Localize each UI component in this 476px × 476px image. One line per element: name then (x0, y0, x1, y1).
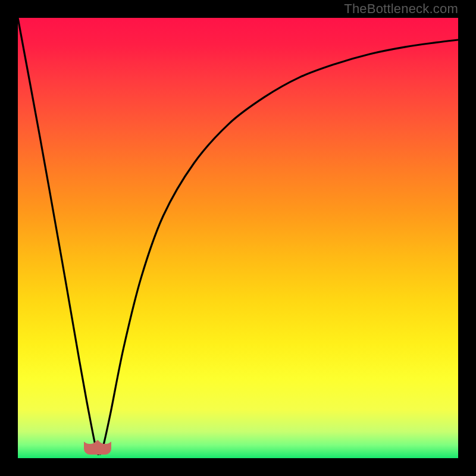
plot-area (18, 18, 458, 458)
watermark-text: TheBottleneck.com (344, 1, 458, 17)
bottleneck-curve (18, 18, 458, 458)
optimal-point-marker (82, 440, 114, 456)
